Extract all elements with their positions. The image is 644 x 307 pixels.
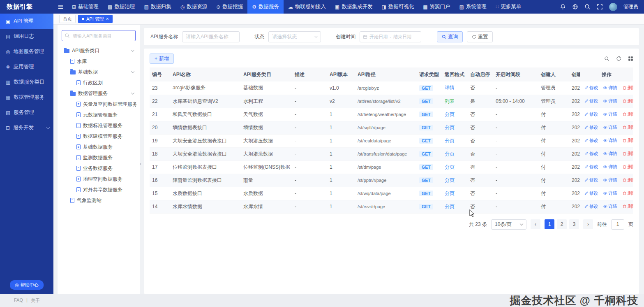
goto-page-input[interactable] bbox=[611, 219, 624, 230]
edit-link[interactable]: 修改 bbox=[584, 85, 598, 91]
delete-link[interactable]: 删除 bbox=[622, 98, 633, 104]
hamburger-menu-icon[interactable] bbox=[53, 0, 67, 14]
about-link[interactable]: 关于 bbox=[31, 298, 40, 304]
top-nav-item[interactable]: ▣ 数据集成开发 bbox=[330, 0, 377, 14]
category-search-input[interactable] bbox=[62, 30, 136, 41]
detail-link[interactable]: 详情 bbox=[603, 203, 617, 209]
delete-link[interactable]: 删除 bbox=[622, 177, 633, 183]
globe-icon[interactable] bbox=[572, 4, 578, 10]
top-nav-item[interactable]: ◎ 数据资源 bbox=[176, 0, 212, 14]
edit-link[interactable]: 修改 bbox=[584, 111, 598, 117]
top-nav-item[interactable]: ⊙ 数据挖掘 bbox=[212, 0, 247, 14]
tree-node[interactable]: 业务数据服务 bbox=[62, 163, 136, 174]
delete-link[interactable]: 删除 bbox=[622, 124, 633, 130]
tree-node[interactable]: 行政区划 bbox=[62, 77, 136, 88]
page-button[interactable]: 1 bbox=[545, 219, 554, 229]
tree-node[interactable]: API服务类目 bbox=[62, 45, 136, 56]
delete-link[interactable]: 删除 bbox=[622, 85, 633, 91]
table-row[interactable]: 23 arcgis影像服务 基础数据 - v1.0 /arcgis/xyz GE… bbox=[150, 81, 633, 95]
table-row[interactable]: 19 大坝安全渗压数据表接口 大坝渗压数据 - 1 /st/realdata/p… bbox=[150, 134, 633, 147]
table-row[interactable]: 16 降雨量监测数据表接口 雨量 - 1 /st/pptn/r/page GET… bbox=[150, 174, 633, 187]
edit-link[interactable]: 修改 bbox=[584, 177, 598, 183]
reset-button[interactable]: 重置 bbox=[467, 31, 493, 42]
table-row[interactable]: 17 位移监测数据表接口 位移监测(GNSS)数据 - 1 /st/dm/pag… bbox=[150, 160, 633, 174]
detail-link[interactable]: 详情 bbox=[603, 177, 617, 183]
tree-node[interactable]: 数据建模管理服务 bbox=[62, 131, 136, 142]
table-row[interactable]: 20 墒情数据表接口 墒情数据 - 1 /st/sqill/r/page GET… bbox=[150, 121, 633, 134]
detail-link[interactable]: 详情 bbox=[603, 85, 617, 91]
sidebar-item[interactable]: ⊡ 服务开发 bbox=[0, 120, 53, 135]
close-icon[interactable]: × bbox=[106, 16, 109, 21]
detail-link[interactable]: 详情 bbox=[603, 124, 617, 130]
sidebar-item[interactable]: ▥ 数据服务类目 bbox=[0, 74, 53, 90]
edit-link[interactable]: 修改 bbox=[584, 124, 598, 130]
tree-node[interactable]: 元数据管理服务 bbox=[62, 109, 136, 120]
table-row[interactable]: 21 和风天气数据接口 天气数据 - 1 /st/hefeng/weather/… bbox=[150, 108, 633, 121]
detail-link[interactable]: 详情 bbox=[603, 190, 617, 196]
top-nav-item[interactable]: ▦ 资源门户 bbox=[418, 0, 455, 14]
tree-node[interactable]: 基础数据服务 bbox=[62, 142, 136, 152]
tab[interactable]: API 管理 × bbox=[78, 15, 113, 23]
edit-link[interactable]: 修改 bbox=[584, 190, 598, 196]
sidebar-item[interactable]: ▦ 数据管理服务 bbox=[0, 90, 53, 105]
table-row[interactable]: 22 水库基础信息查询V2 水利工程 - v2 /att/res/storage… bbox=[150, 95, 633, 108]
edit-link[interactable]: 修改 bbox=[584, 137, 598, 144]
top-nav-item[interactable]: ▧ 系统管理 bbox=[455, 0, 491, 14]
edit-link[interactable]: 修改 bbox=[584, 164, 598, 170]
top-nav-item[interactable]: ▤ 数据治理 bbox=[103, 0, 139, 14]
top-nav-item[interactable]: ⚙ 数据服务 bbox=[247, 0, 284, 14]
page-size-select[interactable]: 10条/页 bbox=[491, 219, 526, 230]
detail-link[interactable]: 详情 bbox=[603, 111, 617, 117]
top-nav-item[interactable]: ☁ 物联感知接入 bbox=[284, 0, 330, 14]
tree-node[interactable]: 矢量及空间数据管理服务 bbox=[62, 99, 136, 109]
delete-link[interactable]: 删除 bbox=[622, 111, 633, 117]
panel-collapse-handle[interactable]: ‹ bbox=[138, 156, 143, 172]
detail-link[interactable]: 详情 bbox=[603, 98, 617, 104]
search-icon[interactable] bbox=[604, 56, 609, 61]
edit-link[interactable]: 修改 bbox=[584, 203, 598, 209]
date-range-picker[interactable]: 开始日期 - 结束日期 bbox=[360, 31, 421, 42]
tree-node[interactable]: 监测数据服务 bbox=[62, 152, 136, 163]
tree-node[interactable]: 基础数据 bbox=[62, 67, 136, 77]
column-settings-icon[interactable] bbox=[628, 56, 633, 61]
prev-page-button[interactable]: ‹ bbox=[531, 219, 540, 229]
sidebar-item[interactable]: ❖ 应用管理 bbox=[0, 59, 53, 74]
top-nav-item[interactable]: ⊞ 基础管理 bbox=[67, 0, 103, 14]
fullscreen-icon[interactable] bbox=[597, 4, 603, 10]
tree-node[interactable]: 水库 bbox=[62, 56, 136, 67]
search-button[interactable]: 查询 bbox=[437, 31, 463, 42]
add-button[interactable]: + 新增 bbox=[150, 53, 174, 64]
delete-link[interactable]: 删除 bbox=[622, 137, 633, 144]
avatar[interactable] bbox=[609, 3, 617, 11]
status-select[interactable]: 请选择状态 bbox=[268, 31, 321, 42]
user-name[interactable]: 管理员 bbox=[623, 3, 638, 10]
sidebar-item[interactable]: ▣ API 管理 bbox=[0, 14, 53, 29]
tree-node[interactable]: 对外共享数据服务 bbox=[62, 184, 136, 195]
table-row[interactable]: 15 水质数据接口 水质数据 - 1 /st/wq/data/page GET … bbox=[150, 187, 633, 200]
bell-icon[interactable] bbox=[560, 4, 566, 10]
table-scroll[interactable]: 编号API名称API服务类目描述API版本API路径请求类型返回格式自动启停开启… bbox=[150, 67, 633, 214]
edit-link[interactable]: 修改 bbox=[584, 98, 598, 104]
faq-link[interactable]: FAQ bbox=[14, 298, 23, 304]
top-nav-item[interactable]: ▥ 数据归集 bbox=[139, 0, 175, 14]
detail-link[interactable]: 详情 bbox=[603, 151, 617, 157]
tree-node[interactable]: 数据标准管理服务 bbox=[62, 120, 136, 131]
edit-link[interactable]: 修改 bbox=[584, 151, 598, 157]
top-nav-item[interactable]: ◨ 数据可视化 bbox=[377, 0, 418, 14]
search-icon[interactable] bbox=[584, 4, 591, 10]
sidebar-item[interactable]: ▧ 服务管理 bbox=[0, 105, 53, 120]
help-center-button[interactable]: ◎ 帮助中心 bbox=[10, 280, 44, 290]
refresh-icon[interactable] bbox=[616, 56, 621, 61]
sidebar-item[interactable]: ▤ 调用日志 bbox=[0, 29, 53, 44]
table-row[interactable]: 14 水库水情数据 水库水情 - 1 /st/rsvr/r/page GET 分… bbox=[150, 200, 633, 213]
table-row[interactable]: 18 大坝安全渗流数据表接口 大坝渗流数据 - 1 /st/transfusio… bbox=[150, 147, 633, 160]
delete-link[interactable]: 删除 bbox=[622, 164, 633, 170]
next-page-button[interactable]: › bbox=[583, 219, 593, 229]
tree-node[interactable]: 数据管理服务 bbox=[62, 88, 136, 99]
delete-link[interactable]: 删除 bbox=[622, 151, 633, 157]
api-name-input[interactable] bbox=[182, 31, 240, 42]
page-button[interactable]: 3 bbox=[569, 219, 579, 229]
tree-node[interactable]: 地理空间数据服务 bbox=[62, 174, 136, 184]
page-button[interactable]: 2 bbox=[557, 219, 567, 229]
sidebar-item[interactable]: ◎ 地图服务管理 bbox=[0, 44, 53, 59]
